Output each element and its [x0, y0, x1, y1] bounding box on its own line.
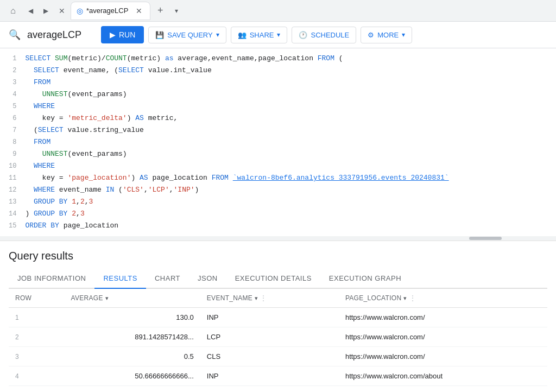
table-row: 1 130.0 INP https://www.walcron.com/ [9, 308, 547, 327]
run-icon: ▶ [110, 30, 116, 39]
line-code: key = 'metric_delta') AS metric, [25, 112, 556, 124]
scroll-indicator [0, 236, 556, 241]
line-number: 5 [0, 100, 25, 112]
cell-row-num: 2 [9, 327, 65, 347]
cell-page-location: https://www.walcron.com/ [339, 308, 547, 327]
share-label: SHARE [250, 31, 274, 39]
tab-job-information[interactable]: JOB INFORMATION [9, 269, 94, 289]
line-code: key = 'page_location') AS page_location … [25, 172, 556, 184]
editor-line-2: 2 SELECT event_name, (SELECT value.int_v… [0, 65, 556, 77]
tab-label: *averageLCP [86, 7, 128, 15]
tab-execution-details[interactable]: EXECUTION DETAILS [226, 269, 320, 289]
line-number: 9 [0, 148, 25, 160]
line-code: FROM [25, 136, 556, 148]
editor-line-4: 4 UNNEST(event_params) [0, 88, 556, 100]
sql-editor[interactable]: 1 SELECT SUM(metric)/COUNT(metric) as av… [0, 48, 556, 241]
cell-average: 891.1428571428... [65, 327, 200, 347]
add-tab-button[interactable]: + [153, 3, 168, 18]
tab-dropdown-arrow[interactable]: ▾ [170, 4, 183, 17]
save-query-label: SAVE QUERY [167, 31, 212, 39]
editor-line-11: 11 key = 'page_location') AS page_locati… [0, 172, 556, 184]
col-header-row: Row [9, 289, 65, 308]
run-label: RUN [119, 30, 135, 39]
line-code: (SELECT value.string_value [25, 124, 556, 136]
line-number: 15 [0, 220, 25, 232]
line-number: 7 [0, 124, 25, 136]
tab-chart[interactable]: CHART [146, 269, 189, 289]
line-code: WHERE event_name IN ('CLS','LCP','INP') [25, 184, 556, 196]
more-button[interactable]: ⚙ MORE ▾ [361, 27, 412, 43]
cell-page-location: https://www.walcron.com/ [339, 327, 547, 347]
more-icon: ⚙ [368, 31, 374, 39]
line-code: ) GROUP BY 2,3 [25, 208, 556, 220]
col-header-page-location[interactable]: page_location ▾ ⋮ [339, 289, 547, 308]
col-page-location-label: page_location [345, 294, 401, 302]
tab-json[interactable]: JSON [189, 269, 226, 289]
line-code: GROUP BY 1,2,3 [25, 196, 556, 208]
share-chevron: ▾ [277, 31, 280, 39]
home-button[interactable]: ⌂ [4, 2, 22, 20]
line-number: 1 [0, 53, 25, 65]
query-results-title: Query results [9, 250, 547, 262]
table-row: 4 50.66666666666... INP https://www.walc… [9, 366, 547, 386]
table-row: 2 891.1428571428... LCP https://www.walc… [9, 327, 547, 347]
editor-line-1: 1 SELECT SUM(metric)/COUNT(metric) as av… [0, 53, 556, 65]
sort-average-icon: ▾ [105, 295, 109, 302]
more-chevron: ▾ [402, 31, 405, 39]
sort-event-name-icon: ▾ [255, 295, 258, 302]
cell-row-num: 4 [9, 366, 65, 386]
tab-arrow-left[interactable]: ◀ [24, 4, 37, 17]
cell-event-name: INP [200, 308, 339, 327]
tab-arrow-right[interactable]: ▶ [39, 4, 52, 17]
cell-event-name: LCP [200, 327, 339, 347]
line-code: ORDER BY page_location [25, 220, 556, 232]
schedule-button[interactable]: 🕐 SCHEDULE [292, 27, 356, 43]
cell-page-location: https://www.walcron.com/ [339, 347, 547, 366]
close-tab-button[interactable]: ✕ [55, 4, 68, 17]
share-button[interactable]: 👥 SHARE ▾ [231, 27, 288, 43]
query-name: averageLCP [27, 29, 92, 41]
editor-line-3: 3 FROM [0, 77, 556, 88]
col-resize-handle-2[interactable]: ⋮ [409, 294, 416, 302]
scroll-thumb [469, 237, 502, 240]
line-number: 6 [0, 112, 25, 124]
line-code: UNNEST(event_params) [25, 88, 556, 100]
col-resize-handle[interactable]: ⋮ [260, 294, 267, 302]
line-number: 3 [0, 77, 25, 88]
line-code: UNNEST(event_params) [25, 148, 556, 160]
editor-line-8: 8 FROM [0, 136, 556, 148]
cell-row-num: 1 [9, 308, 65, 327]
line-code: SELECT event_name, (SELECT value.int_val… [25, 65, 556, 77]
tab-execution-graph[interactable]: EXECUTION GRAPH [320, 269, 410, 289]
tab-close-icon[interactable]: ✕ [132, 4, 146, 17]
editor-line-6: 6 key = 'metric_delta') AS metric, [0, 112, 556, 124]
save-query-button[interactable]: 💾 SAVE QUERY ▾ [148, 27, 226, 43]
schedule-icon: 🕐 [299, 31, 307, 39]
more-label: MORE [377, 31, 399, 39]
query-results-section: Query results JOB INFORMATION RESULTS CH… [0, 241, 556, 386]
editor-line-5: 5 WHERE [0, 100, 556, 112]
cell-event-name: CLS [200, 347, 339, 366]
col-header-average[interactable]: average ▾ [65, 289, 200, 308]
cell-row-num: 3 [9, 347, 65, 366]
share-icon: 👥 [238, 31, 247, 39]
cell-event-name: INP [200, 366, 339, 386]
active-tab[interactable]: ◎ *averageLCP ✕ [71, 2, 150, 20]
tab-results[interactable]: RESULTS [94, 269, 146, 289]
line-number: 8 [0, 136, 25, 148]
search-icon: 🔍 [9, 29, 21, 41]
line-number: 11 [0, 172, 25, 184]
line-number: 14 [0, 208, 25, 220]
table-header-row: Row average ▾ event_name ▾ ⋮ [9, 289, 547, 308]
col-header-event-name[interactable]: event_name ▾ ⋮ [200, 289, 339, 308]
save-icon: 💾 [155, 31, 164, 39]
editor-lines: 1 SELECT SUM(metric)/COUNT(metric) as av… [0, 48, 556, 236]
col-row-label: Row [15, 294, 31, 302]
line-code: WHERE [25, 160, 556, 172]
run-button[interactable]: ▶ RUN [101, 26, 144, 43]
line-code: FROM [25, 77, 556, 88]
sort-page-location-icon: ▾ [403, 295, 407, 302]
editor-line-12: 12 WHERE event_name IN ('CLS','LCP','INP… [0, 184, 556, 196]
editor-line-7: 7 (SELECT value.string_value [0, 124, 556, 136]
col-event-name-label: event_name [207, 294, 252, 302]
